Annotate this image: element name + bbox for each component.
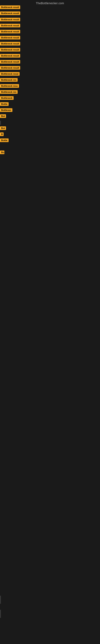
bottleneck-result-badge: Bottleneck result <box>0 30 20 34</box>
bottleneck-result-badge: B <box>0 132 3 136</box>
badge-container-5: Bottleneck result <box>0 30 20 34</box>
bottleneck-result-badge: Bot <box>0 114 6 118</box>
bottleneck-result-badge: Bottleneck resu <box>0 84 19 88</box>
bottleneck-result-badge: Bottleneck <box>0 96 14 100</box>
bottleneck-result-badge: Bo <box>0 150 4 154</box>
badge-container-12: Bottleneck resul <box>0 72 20 76</box>
badge-container-4: Bottleneck result <box>0 24 20 28</box>
bottleneck-result-badge: Bot <box>0 126 6 130</box>
bottleneck-result-badge: Bottleneck result <box>0 6 20 9</box>
badge-container-3: Bottleneck result <box>0 18 20 22</box>
vertical-line-3 <box>0 610 1 618</box>
badge-container-21: B <box>0 132 3 137</box>
badge-container-20: Bot <box>0 126 6 131</box>
badge-container-18: Bottlenec <box>0 108 12 113</box>
badge-container-23: Bo <box>0 150 4 155</box>
bottleneck-result-badge: Bottleneck res <box>0 90 18 94</box>
badge-container-1: Bottleneck result <box>0 6 20 10</box>
badge-container-14: Bottleneck resu <box>0 84 19 88</box>
bottleneck-result-badge: Bottle <box>0 138 9 142</box>
bottleneck-result-badge: Bottleneck result <box>0 42 20 46</box>
badge-container-9: Bottleneck result <box>0 54 20 58</box>
bottleneck-result-badge: Bottleneck result <box>0 48 20 52</box>
bottleneck-result-badge: Bottleneck result <box>0 60 20 64</box>
badge-container-2: Bottleneck result <box>0 12 20 16</box>
bottleneck-result-badge: Bottleneck result <box>0 54 20 58</box>
bottleneck-result-badge: Bottleneck result <box>0 66 20 70</box>
badge-container-7: Bottleneck result <box>0 42 20 46</box>
badge-container-10: Bottleneck result <box>0 60 20 64</box>
badge-container-16: Bottleneck <box>0 96 14 100</box>
badge-container-17: Bottle <box>0 102 9 107</box>
badge-container-6: Bottleneck result <box>0 36 20 40</box>
bottleneck-result-badge: Bottle <box>0 102 9 106</box>
bottleneck-result-badge: Bottleneck res <box>0 78 18 82</box>
bottleneck-result-badge: Bottleneck result <box>0 12 20 15</box>
badge-container-13: Bottleneck res <box>0 78 18 82</box>
bottleneck-result-badge: Bottleneck result <box>0 24 20 27</box>
badge-container-15: Bottleneck res <box>0 90 18 94</box>
bottleneck-result-badge: Bottleneck resul <box>0 72 20 76</box>
page-wrapper: TheBottlenecker.com Bottleneck resultBot… <box>0 0 100 644</box>
badge-container-8: Bottleneck result <box>0 48 20 52</box>
vertical-line-2 <box>0 596 1 604</box>
bottleneck-result-badge: Bottleneck result <box>0 36 20 40</box>
bottleneck-result-badge: Bottleneck result <box>0 18 20 21</box>
badge-container-19: Bot <box>0 114 6 119</box>
bottleneck-result-badge: Bottlenec <box>0 108 12 112</box>
badge-container-22: Bottle <box>0 138 9 143</box>
badge-container-11: Bottleneck result <box>0 66 20 70</box>
vertical-line-1 <box>0 121 1 125</box>
